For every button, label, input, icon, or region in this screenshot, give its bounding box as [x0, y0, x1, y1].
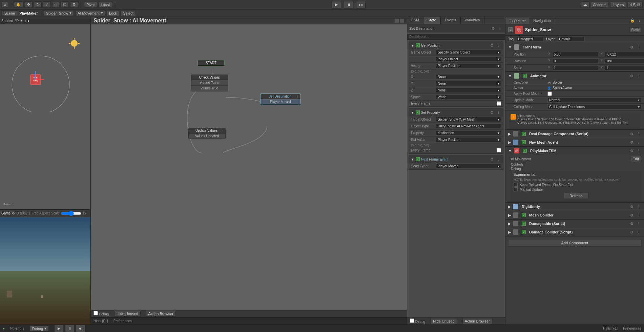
move-tool[interactable]: ✥	[25, 1, 33, 8]
lock-btn[interactable]: Lock	[107, 10, 119, 16]
culling-mode-dropdown[interactable]: Cull Update Transforms▾	[547, 104, 641, 109]
layers-btn[interactable]: Layers	[610, 2, 626, 8]
pos-x-input[interactable]	[552, 52, 599, 57]
pause-button[interactable]: ⏸	[344, 1, 353, 8]
fsm-action-browser-btn[interactable]: Action Browser	[462, 318, 492, 324]
tag-dropdown[interactable]: Untagged	[516, 37, 543, 42]
nav-mesh-header[interactable]: ▶ ✓ Nav Mesh Agent ⚙ ⋮	[505, 138, 644, 146]
pivot-btn[interactable]: Pivot	[84, 2, 97, 8]
layer-dropdown[interactable]: Default	[557, 37, 584, 42]
scale-tool[interactable]: ⤢	[43, 1, 51, 8]
collab-btn[interactable]: ☁	[581, 1, 589, 8]
play-button[interactable]: ▶	[332, 1, 341, 8]
get-pos-everyframe-checkbox[interactable]	[497, 101, 501, 106]
damage-collider-header[interactable]: ▶ ✓ Damage Collider (Script) ⚙ ⋮	[505, 228, 644, 236]
rot-x-input[interactable]	[552, 59, 599, 64]
set-prop-target-dropdown[interactable]: Spider_Snow (Nav Mesh▾	[436, 117, 501, 122]
get-pos-none-dropdown[interactable]: Player Object▾	[436, 57, 501, 62]
state-more-icon[interactable]: ⋮	[497, 26, 503, 31]
get-pos-y-dropdown[interactable]: None▾	[436, 81, 501, 86]
mesh-collider-enabled[interactable]: ✓	[522, 213, 526, 217]
debug-label[interactable]: Debug	[511, 167, 521, 171]
get-pos-expand[interactable]: ▼	[411, 44, 414, 47]
deal-damage-more[interactable]: ⋮	[636, 131, 641, 137]
fsm-tab-events[interactable]: Events	[441, 17, 461, 24]
keep-delayed-checkbox[interactable]	[514, 183, 518, 187]
get-pos-gameobj-dropdown[interactable]: Specify Game Object▾	[436, 50, 501, 55]
movement-dropdown[interactable]: AI Movement ▾	[75, 10, 105, 16]
set-prop-settings[interactable]: ⚙	[489, 110, 495, 115]
scale-y-input[interactable]	[605, 65, 644, 70]
playmakerfsm-header[interactable]: ▼ 玩 ✓ PlayMakerFSM ⚙ ⋮	[505, 147, 644, 155]
inspector-more-icon[interactable]: ⋮	[637, 18, 642, 23]
step-bottom-btn[interactable]: ⏭	[76, 325, 85, 332]
scene-view[interactable]: Shaded 2D ☀ ♪ ● 玩	[0, 17, 90, 209]
fsm-debug-checkbox[interactable]	[410, 318, 414, 323]
nav-mesh-enabled[interactable]: ✓	[522, 140, 526, 144]
select-btn[interactable]: Select	[121, 10, 136, 16]
rotate-tool[interactable]: ↻	[34, 1, 42, 8]
playmakerfsm-more[interactable]: ⋮	[636, 148, 641, 153]
deal-damage-settings[interactable]: ⚙	[629, 131, 635, 137]
rot-y-input[interactable]	[605, 59, 644, 64]
get-pos-vector-dropdown[interactable]: Player Position▾	[436, 63, 501, 68]
animator-more-icon[interactable]: ⋮	[636, 73, 641, 79]
animator-settings-icon[interactable]: ⚙	[629, 73, 635, 79]
get-pos-space-dropdown[interactable]: World▾	[436, 95, 501, 100]
set-prop-everyframe-checkbox[interactable]	[497, 148, 501, 152]
update-values-node[interactable]: Update Values ) Values Updated	[188, 128, 226, 139]
account-btn[interactable]: Account	[591, 2, 609, 8]
apply-root-checkbox[interactable]	[547, 91, 552, 96]
debug-checkbox[interactable]	[94, 311, 98, 315]
pm-canvas[interactable]: START Check Values Values False Values T…	[91, 24, 407, 310]
inspector-active-checkbox[interactable]: ✓	[508, 27, 513, 32]
get-pos-settings[interactable]: ⚙	[489, 43, 495, 48]
transform-tool[interactable]: ⬡	[61, 1, 69, 8]
set-destination-node[interactable]: Set Destination ) Player Moved	[260, 94, 301, 105]
pause-bottom-btn[interactable]: ⏸	[65, 325, 75, 332]
step-button[interactable]: ⏭	[356, 1, 366, 8]
get-pos-enabled[interactable]: ✓	[416, 43, 420, 47]
damageable-settings[interactable]: ⚙	[629, 221, 635, 226]
action-browser-btn[interactable]: Action Browser	[146, 311, 176, 317]
add-component-btn[interactable]: Add Component	[508, 239, 641, 247]
debug-dropdown[interactable]: Debug ▾	[30, 326, 49, 331]
static-label[interactable]: Static	[629, 27, 641, 33]
check-values-node[interactable]: Check Values Values False Values True	[191, 75, 228, 91]
scale-x-input[interactable]	[552, 65, 599, 70]
rigidbody-settings[interactable]: ⚙	[629, 204, 635, 209]
damageable-enabled[interactable]: ✓	[522, 222, 526, 226]
pm-btn2[interactable]	[400, 19, 404, 23]
play-bottom-btn[interactable]: ▶	[54, 325, 64, 332]
nav-mesh-settings[interactable]: ⚙	[629, 140, 635, 145]
fsm-tab-fsm[interactable]: FSM	[407, 17, 423, 24]
damage-collider-more[interactable]: ⋮	[636, 229, 641, 235]
next-frame-settings[interactable]: ⚙	[489, 157, 495, 162]
rigidbody-more[interactable]: ⋮	[636, 204, 641, 209]
damageable-header[interactable]: ▶ ✓ Damageable (Script) ⚙ ⋮	[505, 220, 644, 228]
hide-unused-btn[interactable]: Hide Unused	[114, 311, 141, 317]
set-prop-more[interactable]: ⋮	[496, 110, 501, 115]
transform-more-icon[interactable]: ⋮	[636, 44, 641, 50]
next-frame-more[interactable]: ⋮	[496, 157, 501, 162]
damageable-more[interactable]: ⋮	[636, 221, 641, 226]
damage-collider-settings[interactable]: ⚙	[629, 229, 635, 235]
deal-damage-enabled[interactable]: ✓	[522, 132, 526, 136]
animator-enabled[interactable]: ✓	[523, 74, 527, 78]
inspector-tab-navigation[interactable]: Navigation	[529, 18, 555, 24]
pm-btn1[interactable]	[395, 19, 399, 23]
fsm-tab-state[interactable]: State	[423, 17, 441, 24]
state-description[interactable]	[407, 34, 505, 40]
set-prop-expand[interactable]: ▼	[411, 111, 414, 115]
update-mode-dropdown[interactable]: Normal▾	[547, 98, 641, 103]
split-btn[interactable]: 4 Split	[627, 2, 643, 8]
mesh-collider-more[interactable]: ⋮	[636, 212, 641, 218]
local-btn[interactable]: Local	[99, 2, 112, 8]
next-frame-expand[interactable]: ▼	[411, 158, 414, 161]
damage-collider-enabled[interactable]: ✓	[522, 230, 526, 234]
inspector-lock-icon[interactable]: 🔒	[630, 18, 635, 23]
set-prop-property-dropdown[interactable]: destination▾	[436, 130, 501, 136]
fsm-hide-unused-btn[interactable]: Hide Unused	[431, 318, 457, 324]
inspector-tab-inspector[interactable]: Inspector	[505, 18, 529, 24]
refresh-btn[interactable]: Refresh	[564, 193, 588, 199]
